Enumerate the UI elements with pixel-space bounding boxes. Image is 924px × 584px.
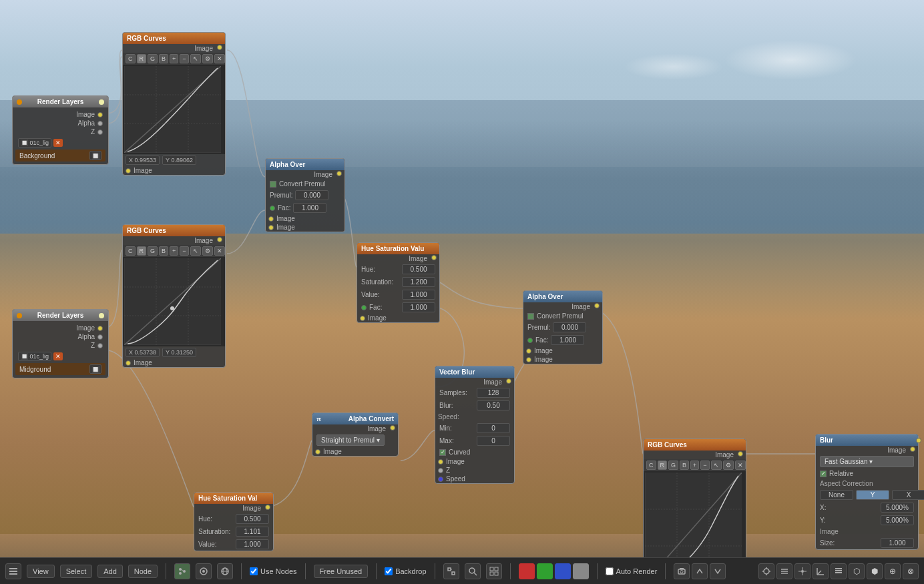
alpha-convert-mode-dropdown[interactable]: Straight to Premul ▾ bbox=[316, 434, 385, 446]
alpha-over-2-convert-row[interactable]: Convert Premul bbox=[523, 311, 602, 321]
toolbar-node-btn[interactable]: Node bbox=[128, 565, 158, 578]
rgb-curves-1-minus-btn[interactable]: − bbox=[180, 54, 188, 63]
hue-sat-node-2[interactable]: Hue Saturation Val Image Hue: 0.500 Satu… bbox=[194, 492, 274, 551]
vector-blur-min-value[interactable]: 0 bbox=[477, 423, 510, 433]
rgb-curves-1-g-btn[interactable]: G bbox=[148, 54, 158, 63]
hue-sat-1-fac-value[interactable]: 1.000 bbox=[402, 302, 435, 312]
free-unused-btn[interactable]: Free Unused bbox=[314, 565, 369, 578]
rgb-curves-2-c-btn[interactable]: C bbox=[126, 246, 136, 256]
rgb-curves-1-r-btn[interactable]: R bbox=[137, 54, 147, 63]
rgb-curves-3-plus-btn[interactable]: + bbox=[690, 461, 699, 470]
color-icon-red[interactable] bbox=[519, 563, 535, 579]
rgb-curves-1-plus-btn[interactable]: + bbox=[170, 54, 178, 63]
backdrop-checkbox[interactable] bbox=[385, 567, 393, 575]
rgb-curves-1-b-btn[interactable]: B bbox=[159, 54, 168, 63]
hue-sat-node-1[interactable]: Hue Saturation Valu Image Hue: 0.500 Sat… bbox=[357, 242, 440, 323]
color-icon-green[interactable] bbox=[537, 563, 553, 579]
blur-aspect-x[interactable]: X bbox=[892, 490, 924, 500]
rgb-curves-node-2[interactable]: RGB Curves Image C R G B + − ↖ ⚙ ✕ bbox=[122, 224, 226, 368]
toolbar-zoom-icon[interactable] bbox=[465, 563, 481, 579]
color-icon-gray[interactable] bbox=[573, 563, 589, 579]
rgb-curves-3-cursor-btn[interactable]: ↖ bbox=[711, 461, 722, 470]
render-layers-node-2[interactable]: Render Layers Image Alpha Z 🔲 01c_lig ✕ … bbox=[12, 309, 109, 378]
auto-render-toggle[interactable]: Auto Render bbox=[606, 567, 658, 575]
rgb-curves-2-minus-btn[interactable]: − bbox=[180, 246, 188, 256]
alpha-convert-mode-row[interactable]: Straight to Premul ▾ bbox=[312, 433, 398, 447]
alpha-over-1-convert-row[interactable]: Convert Premul bbox=[266, 179, 344, 189]
alpha-over-2-premul-value[interactable]: 0.000 bbox=[553, 322, 586, 332]
toolbar-view-btn[interactable]: View bbox=[27, 565, 55, 578]
rgb-curves-2-toolbar[interactable]: C R G B + − ↖ ⚙ ✕ bbox=[123, 245, 225, 257]
toolbar-align-icon[interactable] bbox=[776, 563, 792, 579]
hue-sat-2-hue-value[interactable]: 0.500 bbox=[236, 514, 269, 524]
toolbar-select3-icon[interactable]: ⬢ bbox=[867, 563, 883, 579]
hue-sat-2-val-value[interactable]: 1.000 bbox=[236, 539, 269, 549]
toolbar-pivot-icon[interactable] bbox=[794, 563, 811, 579]
toolbar-snap-icon[interactable] bbox=[758, 563, 774, 579]
render-layers-2-scene[interactable]: 🔲 01c_lig bbox=[18, 352, 51, 361]
blur-relative-checkbox[interactable]: ✓ bbox=[820, 471, 827, 477]
vector-blur-node[interactable]: Vector Blur Image Samples: 128 Blur: 0.5… bbox=[435, 366, 515, 484]
render-layers-2-controls[interactable]: 🔲 01c_lig ✕ bbox=[15, 350, 105, 363]
blur-aspect-row[interactable]: None Y X bbox=[816, 489, 918, 501]
toolbar-grid-icon[interactable] bbox=[486, 563, 502, 579]
toolbar-layer-icon[interactable] bbox=[831, 563, 847, 579]
rgb-curves-3-g-btn[interactable]: G bbox=[668, 461, 678, 470]
hue-sat-1-hue-value[interactable]: 0.500 bbox=[402, 264, 435, 274]
blur-relative-row[interactable]: ✓ Relative bbox=[816, 469, 918, 479]
rgb-curves-3-settings-btn[interactable]: ⚙ bbox=[723, 461, 734, 470]
render-layers-node-1[interactable]: Render Layers Image Alpha Z 🔲 01c_lig ✕ … bbox=[12, 95, 109, 165]
rgb-curves-2-b-btn[interactable]: B bbox=[159, 246, 168, 256]
render-layers-1-label-row[interactable]: Background 🔲 bbox=[15, 150, 105, 162]
rgb-curves-1-c-btn[interactable]: C bbox=[126, 54, 136, 63]
rgb-curves-2-plus-btn[interactable]: + bbox=[170, 246, 178, 256]
toolbar-node-icon-3[interactable] bbox=[217, 563, 233, 579]
rgb-curves-node-1[interactable]: RGB Curves Image C R G B + − ↖ ⚙ ✕ X 0.9… bbox=[122, 32, 226, 176]
toolbar-select4-icon[interactable]: ⊕ bbox=[885, 563, 901, 579]
alpha-over-1-convert-checkbox[interactable] bbox=[270, 181, 276, 188]
alpha-over-1-premul-value[interactable]: 0.000 bbox=[295, 190, 328, 200]
blur-y-value[interactable]: 5.000% bbox=[881, 515, 914, 525]
toolbar-select2-icon[interactable]: ⬡ bbox=[849, 563, 865, 579]
hue-sat-2-sat-value[interactable]: 1.101 bbox=[236, 527, 269, 537]
blur-aspect-y[interactable]: Y bbox=[856, 490, 889, 500]
toolbar-orientation-icon[interactable] bbox=[813, 563, 829, 579]
color-icon-blue[interactable] bbox=[555, 563, 571, 579]
rgb-curves-3-c-btn[interactable]: C bbox=[646, 461, 656, 470]
rgb-curves-1-close-btn[interactable]: ✕ bbox=[214, 54, 225, 63]
vector-blur-blur-value[interactable]: 0.50 bbox=[477, 400, 510, 410]
toolbar-render-icon-1[interactable] bbox=[674, 563, 690, 579]
rgb-curves-2-close-btn[interactable]: ✕ bbox=[214, 246, 225, 256]
alpha-over-1-fac-value[interactable]: 1.000 bbox=[293, 203, 326, 213]
backdrop-toggle[interactable]: Backdrop bbox=[385, 567, 426, 575]
rgb-curves-2-settings-btn[interactable]: ⚙ bbox=[202, 246, 213, 256]
alpha-over-2-convert-checkbox[interactable] bbox=[527, 313, 534, 320]
rgb-curves-3-minus-btn[interactable]: − bbox=[700, 461, 709, 470]
render-layers-1-controls[interactable]: 🔲 01c_lig ✕ bbox=[15, 136, 105, 150]
toolbar-select5-icon[interactable]: ⊗ bbox=[903, 563, 919, 579]
vector-blur-samples-value[interactable]: 128 bbox=[477, 388, 510, 398]
hue-sat-1-sat-value[interactable]: 1.200 bbox=[402, 277, 435, 287]
blur-size-value[interactable]: 1.000 bbox=[881, 538, 914, 548]
toolbar-menu-icon[interactable] bbox=[5, 563, 21, 579]
toolbar-node-icon-2[interactable] bbox=[196, 563, 212, 579]
blur-node[interactable]: Blur Image Fast Gaussian ▾ ✓ Relative As… bbox=[815, 434, 919, 550]
rgb-curves-1-settings-btn[interactable]: ⚙ bbox=[202, 54, 213, 63]
blur-type-row[interactable]: Fast Gaussian ▾ bbox=[816, 455, 918, 469]
vector-blur-max-value[interactable]: 0 bbox=[477, 436, 510, 446]
rgb-curves-2-g-btn[interactable]: G bbox=[148, 246, 158, 256]
toolbar-render-icon-3[interactable] bbox=[710, 563, 726, 579]
vector-blur-curved-checkbox[interactable]: ✓ bbox=[439, 449, 446, 456]
render-layers-1-scene[interactable]: 🔲 01c_lig bbox=[18, 138, 51, 148]
rgb-curves-3-r-btn[interactable]: R bbox=[658, 461, 668, 470]
rgb-curves-2-r-btn[interactable]: R bbox=[137, 246, 147, 256]
rgb-curves-3-close-btn[interactable]: ✕ bbox=[735, 461, 746, 470]
render-layers-2-label-row[interactable]: Midground 🔲 bbox=[15, 363, 105, 375]
rgb-curves-3-toolbar[interactable]: C R G B + − ↖ ⚙ ✕ bbox=[644, 459, 746, 471]
toolbar-select-btn[interactable]: Select bbox=[60, 565, 93, 578]
alpha-over-node-2[interactable]: Alpha Over Image Convert Premul Premul: … bbox=[523, 290, 603, 364]
vector-blur-curved-row[interactable]: ✓ Curved bbox=[435, 447, 514, 457]
render-layers-1-x[interactable]: ✕ bbox=[53, 139, 63, 147]
render-layers-2-label-icon[interactable]: 🔲 bbox=[89, 364, 101, 374]
render-layers-1-label-icon[interactable]: 🔲 bbox=[89, 151, 101, 160]
